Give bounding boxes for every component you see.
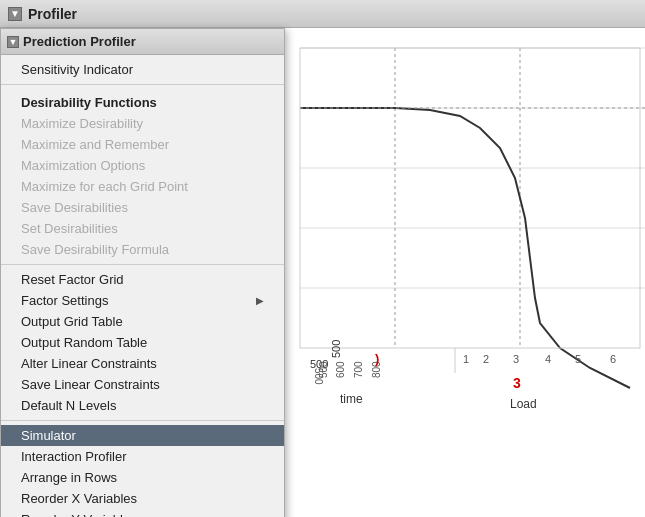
menu-item-set-desirabilities: Set Desirabilities [1,218,284,239]
svg-text:1: 1 [463,353,469,365]
menu-item-output-grid-table[interactable]: Output Grid Table [1,311,284,332]
separator-1 [1,84,284,85]
menu-item-save-linear-constraints[interactable]: Save Linear Constraints [1,374,284,395]
menu-item-maximize-desirability: Maximize Desirability [1,113,284,134]
dropdown-header-icon: ▼ [7,36,19,48]
title-bar-icon: ▼ [8,7,22,21]
menu-item-output-random-table[interactable]: Output Random Table [1,332,284,353]
menu-item-simulator[interactable]: Simulator [1,425,284,446]
svg-text:500: 500 [313,368,324,385]
separator-2 [1,264,284,265]
menu-item-reset-factor-grid[interactable]: Reset Factor Grid [1,269,284,290]
main-area: 500 500 500 600 700 800 1 2 3 4 5 6 ) 3 … [0,28,645,517]
svg-text:5: 5 [575,353,581,365]
dropdown-menu: ▼ Prediction Profiler Sensitivity Indica… [0,28,285,517]
menu-item-reorder-y-variables[interactable]: Reorder Y Variables [1,509,284,517]
menu-item-default-n-levels[interactable]: Default N Levels [1,395,284,416]
svg-text:time: time [340,392,363,406]
dropdown-header-title: Prediction Profiler [23,34,136,49]
menu-item-alter-linear-constraints[interactable]: Alter Linear Constraints [1,353,284,374]
submenu-arrow-factor-settings: ▶ [256,295,264,306]
svg-text:600: 600 [335,361,346,378]
menu-item-maximize-remember: Maximize and Remember [1,134,284,155]
separator-3 [1,420,284,421]
menu-item-factor-settings[interactable]: Factor Settings ▶ [1,290,284,311]
menu-item-save-desirabilities: Save Desirabilities [1,197,284,218]
app-title: Profiler [28,6,77,22]
svg-text:2: 2 [483,353,489,365]
menu-item-sensitivity-indicator[interactable]: Sensitivity Indicator [1,59,284,80]
svg-text:): ) [375,351,379,366]
svg-text:3: 3 [513,353,519,365]
menu-item-desirability-functions[interactable]: Desirability Functions [1,89,284,113]
menu-item-arrange-in-rows[interactable]: Arrange in Rows [1,467,284,488]
svg-text:Load: Load [510,397,537,411]
menu-item-reorder-x-variables[interactable]: Reorder X Variables [1,488,284,509]
svg-text:500: 500 [330,340,342,358]
dropdown-header: ▼ Prediction Profiler [1,29,284,55]
svg-text:6: 6 [610,353,616,365]
title-bar: ▼ Profiler [0,0,645,28]
menu-item-interaction-profiler[interactable]: Interaction Profiler [1,446,284,467]
menu-item-maximize-grid-point: Maximize for each Grid Point [1,176,284,197]
menu-item-maximization-options: Maximization Options [1,155,284,176]
menu-items: Sensitivity Indicator Desirability Funct… [1,55,284,517]
svg-text:3: 3 [513,375,521,391]
svg-text:700: 700 [353,361,364,378]
menu-item-save-desirability-formula: Save Desirability Formula [1,239,284,260]
svg-text:4: 4 [545,353,551,365]
